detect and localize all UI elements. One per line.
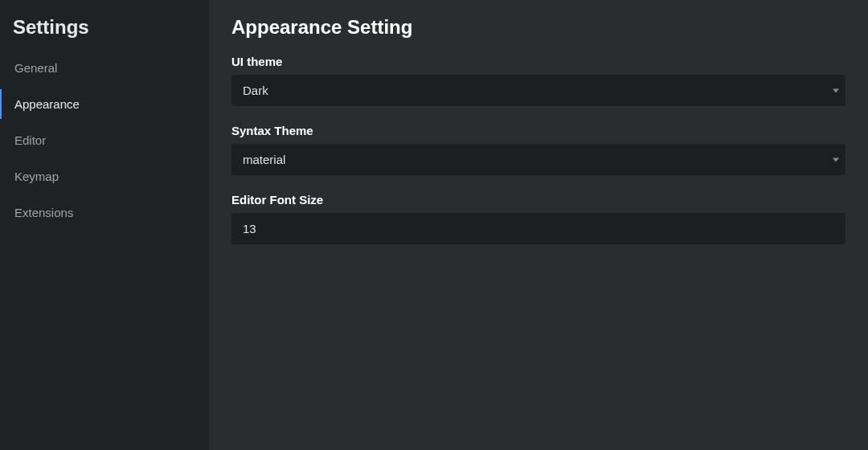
editor-font-size-group: Editor Font Size: [231, 193, 845, 244]
ui-theme-group: UI theme Dark: [231, 55, 845, 106]
sidebar-item-label: Appearance: [14, 97, 80, 111]
sidebar-title: Settings: [0, 13, 209, 53]
sidebar-item-label: Extensions: [14, 206, 73, 219]
ui-theme-select[interactable]: Dark: [231, 75, 845, 106]
main-content: Appearance Setting UI theme Dark Syntax …: [209, 0, 868, 450]
editor-font-size-label: Editor Font Size: [231, 193, 845, 207]
syntax-theme-select[interactable]: material: [231, 144, 845, 175]
ui-theme-select-wrapper: Dark: [231, 75, 845, 106]
sidebar-item-label: Keymap: [14, 170, 59, 183]
page-title: Appearance Setting: [231, 16, 845, 39]
sidebar-item-extensions[interactable]: Extensions: [0, 198, 209, 227]
sidebar-item-general[interactable]: General: [0, 53, 209, 83]
editor-font-size-input[interactable]: [231, 213, 845, 244]
ui-theme-label: UI theme: [231, 55, 845, 68]
sidebar: Settings General Appearance Editor Keyma…: [0, 0, 209, 450]
syntax-theme-group: Syntax Theme material: [231, 124, 845, 175]
sidebar-item-label: Editor: [14, 133, 46, 147]
sidebar-item-label: General: [14, 61, 57, 75]
syntax-theme-label: Syntax Theme: [231, 124, 845, 137]
sidebar-item-appearance[interactable]: Appearance: [0, 89, 209, 119]
sidebar-item-editor[interactable]: Editor: [0, 125, 209, 155]
syntax-theme-select-wrapper: material: [231, 144, 845, 175]
sidebar-item-keymap[interactable]: Keymap: [0, 162, 209, 191]
